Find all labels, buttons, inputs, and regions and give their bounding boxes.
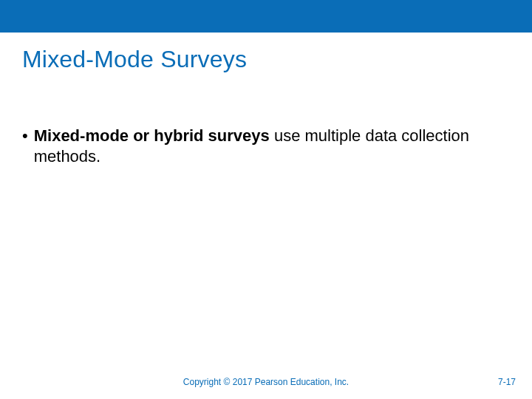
page-number: 7-17 bbox=[498, 377, 516, 387]
bullet-bold: Mixed-mode or hybrid surveys bbox=[34, 126, 270, 145]
copyright-text: Copyright © 2017 Pearson Education, Inc. bbox=[0, 377, 532, 387]
bullet-item: • Mixed-mode or hybrid surveys use multi… bbox=[22, 126, 502, 167]
bullet-marker: • bbox=[22, 126, 28, 146]
slide: Mixed-Mode Surveys • Mixed-mode or hybri… bbox=[0, 0, 532, 399]
bullet-text: Mixed-mode or hybrid surveys use multipl… bbox=[34, 126, 502, 167]
slide-title: Mixed-Mode Surveys bbox=[22, 46, 247, 73]
header-bar bbox=[0, 0, 532, 33]
content-body: • Mixed-mode or hybrid surveys use multi… bbox=[22, 126, 502, 167]
